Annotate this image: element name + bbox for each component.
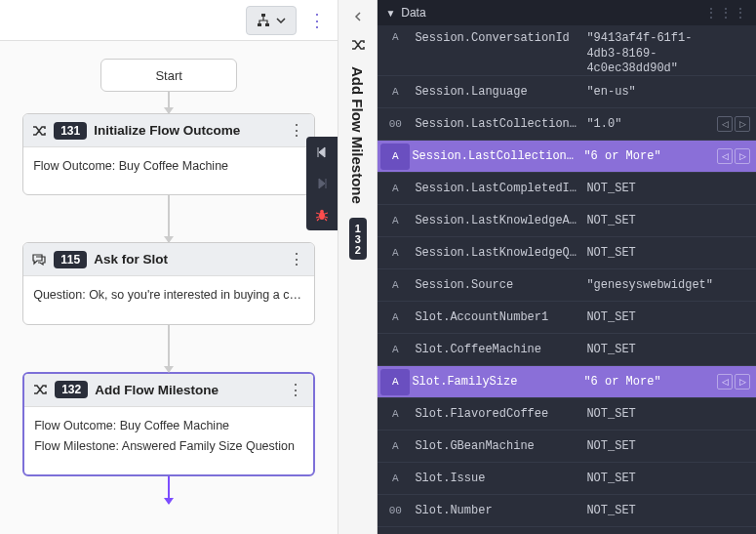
data-key: Slot.GBeanMachine xyxy=(413,439,577,453)
step-forward-button[interactable] xyxy=(306,168,338,199)
data-row[interactable]: ASession.LastKnowledgeQu…NOT_SET xyxy=(378,237,756,269)
next-button[interactable]: ▷ xyxy=(735,148,750,164)
svg-point-4 xyxy=(321,210,325,214)
node-body: Flow Outcome: Buy Coffee Machine Flow Mi… xyxy=(24,407,313,475)
data-key: Session.Source xyxy=(413,278,577,292)
chat-icon xyxy=(31,252,47,267)
flow-node-115[interactable]: 115 Ask for Slot ⋮ Question: Ok, so you'… xyxy=(22,242,315,324)
data-row[interactable]: ASlot.FlavoredCoffeeNOT_SET xyxy=(378,398,756,431)
type-icon: A xyxy=(378,440,413,452)
data-value: NOT_SET xyxy=(577,214,713,227)
data-row[interactable]: ASession.LastCompletedIn…NOT_SET xyxy=(378,173,756,205)
data-key: Slot.Number xyxy=(413,504,577,517)
data-row[interactable]: ASlot.CoffeeMachineNOT_SET xyxy=(378,334,756,366)
type-icon: A xyxy=(378,344,413,355)
svg-rect-1 xyxy=(258,23,261,26)
node-line: Flow Milestone: Answered Family Size Que… xyxy=(34,436,303,457)
debug-toolbar xyxy=(306,137,338,230)
type-icon: A xyxy=(378,472,413,484)
start-label: Start xyxy=(155,68,181,83)
data-row[interactable]: ASlot.AccountNumber1NOT_SET xyxy=(378,302,756,334)
prev-button[interactable]: ◁ xyxy=(717,374,733,390)
data-nav: ◁▷ xyxy=(713,374,756,390)
canvas-toolbar: ⋮ xyxy=(0,0,338,41)
type-icon: A xyxy=(378,31,413,43)
prev-button[interactable]: ◁ xyxy=(717,148,733,164)
data-key: Slot.Issue xyxy=(413,472,577,485)
shuffle-icon xyxy=(350,37,366,53)
data-row[interactable]: ASession.LastCollectionU…"6 or More"◁▷ xyxy=(378,141,756,173)
canvas-menu-icon[interactable]: ⋮ xyxy=(304,10,330,31)
prev-button[interactable]: ◁ xyxy=(717,116,733,132)
data-key: Session.ConversationId xyxy=(413,31,577,45)
data-key: Session.LastKnowledgeAn… xyxy=(413,214,577,227)
node-title: Initialize Flow Outcome xyxy=(94,123,280,138)
data-value: NOT_SET xyxy=(577,504,713,517)
data-row[interactable]: ASlot.FamilySize"6 or More"◁▷ xyxy=(378,366,756,398)
data-value: NOT_SET xyxy=(577,310,713,324)
type-icon: A xyxy=(380,144,410,170)
type-icon: A xyxy=(378,215,413,226)
data-row[interactable]: ASession.LastKnowledgeAn…NOT_SET xyxy=(378,205,756,237)
data-row[interactable]: 00Slot.NumberNOT_SET xyxy=(378,495,756,527)
data-value: "6 or More" xyxy=(574,149,713,163)
data-key: Session.LastKnowledgeQu… xyxy=(413,246,577,260)
data-panel-header[interactable]: ▼ Data ⋮⋮⋮ xyxy=(378,0,756,25)
debug-button[interactable] xyxy=(306,199,338,230)
shuffle-icon xyxy=(31,123,47,139)
type-icon: A xyxy=(378,183,413,194)
type-icon: A xyxy=(378,408,413,420)
flow-canvas[interactable]: Start 131 Initialize Flow Outcome ⋮ Flow… xyxy=(0,41,338,534)
node-menu-icon[interactable]: ⋮ xyxy=(287,250,306,268)
data-value: "en-us" xyxy=(577,85,713,99)
next-button[interactable]: ▷ xyxy=(735,116,750,132)
data-value: NOT_SET xyxy=(577,246,713,260)
next-button[interactable]: ▷ xyxy=(735,374,750,390)
data-value: NOT_SET xyxy=(577,407,713,421)
data-value: "6 or More" xyxy=(574,375,713,389)
node-line: Flow Outcome: Buy Coffee Machine xyxy=(33,156,304,177)
tree-icon xyxy=(257,14,270,27)
caret-down-icon: ▼ xyxy=(385,8,395,19)
step-back-button[interactable] xyxy=(306,137,338,168)
data-rows[interactable]: ASession.ConversationId"9413af4f-61f1-4d… xyxy=(378,25,756,534)
node-menu-icon[interactable]: ⋮ xyxy=(286,381,305,399)
data-row[interactable]: ASession.ConversationId"9413af4f-61f1-4d… xyxy=(378,25,756,76)
data-key: Session.LastCollectionC… xyxy=(413,117,577,131)
start-node[interactable]: Start xyxy=(100,59,237,92)
data-row[interactable]: ASlot.GBeanMachineNOT_SET xyxy=(378,431,756,463)
flow-node-132[interactable]: 132 Add Flow Milestone ⋮ Flow Outcome: B… xyxy=(22,372,315,477)
data-nav: ◁▷ xyxy=(713,116,756,132)
node-line: Question: Ok, so you're interested in bu… xyxy=(33,285,304,306)
data-row[interactable]: 00Session.LastCollectionC…"1.0"◁▷ xyxy=(378,108,756,141)
data-key: Slot.FamilySize xyxy=(410,375,574,389)
flow-node-131[interactable]: 131 Initialize Flow Outcome ⋮ Flow Outco… xyxy=(22,113,315,195)
data-nav: ◁▷ xyxy=(713,148,756,164)
layout-dropdown[interactable] xyxy=(246,6,297,35)
data-value: "9413af4f-61f1-4db3-8169-4c0ec38dd90d" xyxy=(577,31,713,77)
data-row[interactable]: ASession.Source"genesyswebwidget" xyxy=(378,269,756,302)
collapse-icon[interactable] xyxy=(351,10,365,23)
node-header: 131 Initialize Flow Outcome ⋮ xyxy=(23,114,314,147)
properties-rail: Add Flow Milestone 132 xyxy=(338,0,378,534)
flow-canvas-panel: ⋮ Start 131 Initialize Flow Outcome ⋮ Fl… xyxy=(0,0,338,534)
data-value: NOT_SET xyxy=(577,182,713,195)
data-row[interactable]: ASlot.IssueNOT_SET xyxy=(378,463,756,495)
data-key: Session.Language xyxy=(413,85,577,99)
type-icon: A xyxy=(378,311,413,323)
data-key: Slot.CoffeeMachine xyxy=(413,343,577,356)
node-title: Ask for Slot xyxy=(94,252,280,267)
data-key: Slot.FlavoredCoffee xyxy=(413,407,577,421)
node-title: Add Flow Milestone xyxy=(95,383,279,397)
data-key: Slot.AccountNumber1 xyxy=(413,310,577,324)
connector xyxy=(168,195,170,242)
drag-handle-icon[interactable]: ⋮⋮⋮ xyxy=(704,5,748,21)
data-value: NOT_SET xyxy=(577,439,713,453)
data-row[interactable]: ASession.Language"en-us" xyxy=(378,76,756,108)
connector xyxy=(168,325,170,372)
node-menu-icon[interactable]: ⋮ xyxy=(287,121,306,140)
type-icon: A xyxy=(378,86,413,98)
node-header: 132 Add Flow Milestone ⋮ xyxy=(24,374,313,407)
data-value: "genesyswebwidget" xyxy=(577,278,713,292)
data-panel: ▼ Data ⋮⋮⋮ ASession.ConversationId"9413a… xyxy=(378,0,756,534)
